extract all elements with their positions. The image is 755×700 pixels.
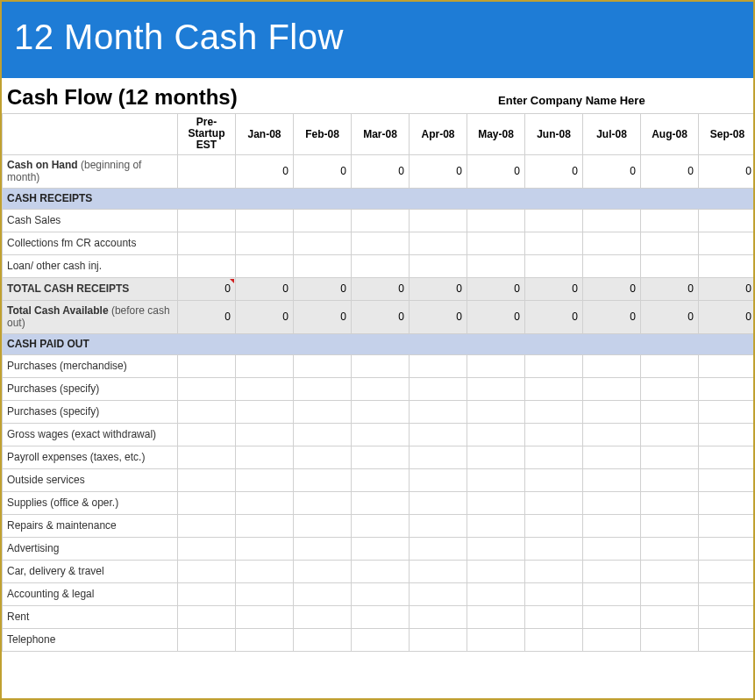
cell[interactable] — [525, 582, 583, 605]
cell[interactable] — [525, 605, 583, 628]
cell[interactable] — [467, 491, 525, 514]
cell[interactable] — [352, 354, 410, 377]
cell[interactable] — [699, 628, 756, 651]
cell[interactable] — [467, 254, 525, 277]
cell[interactable] — [410, 209, 467, 232]
cell[interactable] — [410, 628, 467, 651]
cell[interactable] — [699, 232, 756, 254]
company-name-placeholder[interactable]: Enter Company Name Here — [238, 94, 748, 107]
cell[interactable] — [178, 446, 236, 468]
cell[interactable] — [352, 605, 410, 628]
cell[interactable] — [583, 400, 641, 423]
cell[interactable] — [294, 446, 352, 468]
cell[interactable] — [583, 254, 641, 277]
cell[interactable] — [525, 400, 583, 423]
cell[interactable]: 0 — [699, 154, 756, 188]
cell[interactable] — [641, 446, 699, 468]
cell[interactable] — [294, 232, 352, 254]
cell[interactable] — [236, 377, 294, 400]
cell[interactable] — [525, 423, 583, 446]
cell[interactable] — [294, 400, 352, 423]
cell[interactable] — [178, 354, 236, 377]
cell[interactable] — [641, 254, 699, 277]
cell[interactable] — [641, 377, 699, 400]
cell[interactable] — [294, 582, 352, 605]
cell[interactable] — [236, 232, 294, 254]
cell[interactable] — [352, 446, 410, 468]
cell[interactable]: 0 — [352, 300, 410, 333]
cell[interactable] — [699, 537, 756, 560]
cell[interactable] — [294, 628, 352, 651]
cell[interactable] — [467, 354, 525, 377]
cell[interactable] — [294, 468, 352, 491]
cell[interactable] — [467, 400, 525, 423]
cell[interactable] — [236, 400, 294, 423]
cell[interactable] — [583, 232, 641, 254]
cell[interactable] — [641, 354, 699, 377]
cell[interactable] — [467, 582, 525, 605]
cell[interactable] — [583, 491, 641, 514]
cell[interactable] — [410, 446, 467, 468]
cell[interactable] — [583, 446, 641, 468]
cell[interactable]: 0 — [525, 277, 583, 300]
cell[interactable] — [699, 354, 756, 377]
cell[interactable] — [467, 377, 525, 400]
cell[interactable] — [178, 209, 236, 232]
cell[interactable] — [699, 400, 756, 423]
cell[interactable] — [294, 514, 352, 537]
cell[interactable] — [410, 605, 467, 628]
cell[interactable] — [178, 582, 236, 605]
cell[interactable] — [583, 605, 641, 628]
cell[interactable]: 0 — [236, 300, 294, 333]
cell[interactable] — [583, 377, 641, 400]
cell[interactable]: 0 — [467, 154, 525, 188]
cell[interactable] — [410, 423, 467, 446]
cell[interactable] — [699, 560, 756, 582]
cell[interactable] — [641, 537, 699, 560]
cell[interactable] — [178, 468, 236, 491]
cell[interactable] — [178, 514, 236, 537]
cell[interactable] — [294, 560, 352, 582]
cell[interactable] — [699, 254, 756, 277]
cell[interactable] — [467, 560, 525, 582]
cell[interactable] — [352, 209, 410, 232]
cell[interactable] — [410, 254, 467, 277]
cell[interactable] — [525, 537, 583, 560]
cell[interactable] — [583, 582, 641, 605]
cell[interactable] — [467, 446, 525, 468]
cell[interactable] — [410, 491, 467, 514]
cell[interactable] — [641, 209, 699, 232]
cell[interactable]: 0 — [410, 154, 467, 188]
cell[interactable] — [352, 468, 410, 491]
cell[interactable] — [525, 468, 583, 491]
cell[interactable]: 0 — [410, 277, 467, 300]
cell[interactable] — [467, 468, 525, 491]
cell[interactable] — [294, 491, 352, 514]
cell[interactable] — [236, 582, 294, 605]
cell[interactable]: 0 — [236, 154, 294, 188]
cell[interactable] — [699, 377, 756, 400]
cell[interactable] — [236, 354, 294, 377]
cell[interactable] — [583, 514, 641, 537]
cell[interactable] — [410, 377, 467, 400]
cell[interactable] — [352, 400, 410, 423]
cell[interactable] — [583, 468, 641, 491]
cell[interactable] — [699, 514, 756, 537]
cell[interactable] — [525, 491, 583, 514]
cell[interactable] — [641, 605, 699, 628]
cell[interactable] — [236, 605, 294, 628]
cell[interactable] — [294, 377, 352, 400]
cell[interactable] — [410, 582, 467, 605]
cell[interactable] — [467, 605, 525, 628]
cell[interactable] — [236, 446, 294, 468]
cell[interactable] — [352, 537, 410, 560]
cell[interactable] — [410, 232, 467, 254]
cell[interactable] — [178, 560, 236, 582]
cell[interactable] — [410, 537, 467, 560]
cell[interactable] — [467, 628, 525, 651]
cell[interactable] — [236, 537, 294, 560]
cell[interactable] — [352, 514, 410, 537]
cell[interactable] — [294, 605, 352, 628]
cell[interactable] — [294, 537, 352, 560]
cell[interactable] — [410, 354, 467, 377]
